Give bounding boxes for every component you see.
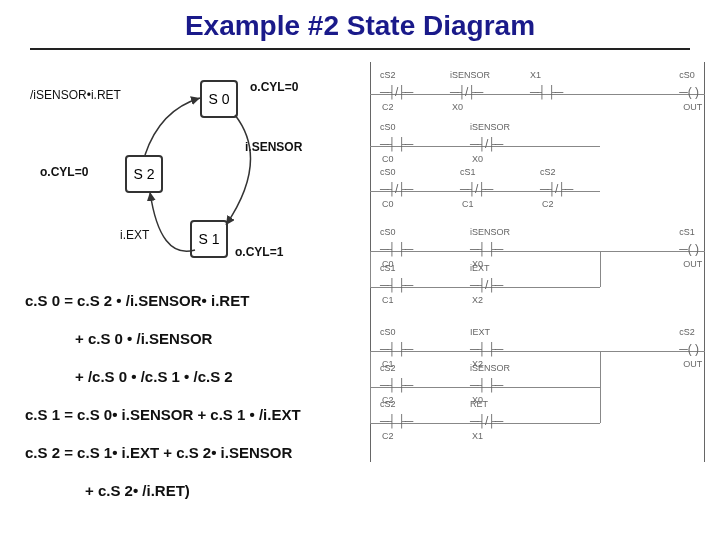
slide-title: Example #2 State Diagram [0,10,720,42]
state-s1: S 1 [190,220,228,258]
contact-nc-icon: ─┤/├─ [470,414,502,428]
equation-2: + c.S 0 • /i.SENSOR [75,330,212,347]
coil-label: cS2 [679,327,695,337]
coil-sublabel: OUT [683,359,702,369]
contact-no-icon: ─┤ ├─ [380,137,412,151]
ladder-contact: X1─┤ ├─ [530,80,562,94]
ladder-rail-right [704,62,705,462]
equation-6: + c.S 2• /i.RET) [85,482,190,499]
contact-nc-icon: ─┤/├─ [450,85,482,99]
contact-sublabel: C0 [382,199,394,209]
coil-sublabel: OUT [683,259,702,269]
state-s2: S 2 [125,155,163,193]
contact-label: cS2 [380,70,396,80]
contact-no-icon: ─┤ ├─ [380,342,412,356]
ladder-contact: iSENSOR─┤/├─X0 [470,132,502,146]
ladder-contact: RET─┤/├─X1 [470,409,502,423]
coil-icon: ─( ) [679,242,699,256]
contact-no-icon: ─┤ ├─ [470,242,502,256]
contact-sublabel: X0 [452,102,463,112]
equation-3: + /c.S 0 • /c.S 1 • /c.S 2 [75,368,233,385]
contact-nc-icon: ─┤/├─ [540,182,572,196]
contact-no-icon: ─┤ ├─ [380,378,412,392]
ladder-contact: IEXT─┤ ├─X2 [470,337,502,351]
contact-sublabel: X0 [472,154,483,164]
equation-4: c.S 1 = c.S 0• i.SENSOR + c.S 1 • /i.EXT [25,406,301,423]
contact-no-icon: ─┤ ├─ [530,85,562,99]
contact-nc-icon: ─┤/├─ [470,137,502,151]
contact-sublabel: C2 [382,431,394,441]
contact-label: iSENSOR [450,70,490,80]
equation-1: c.S 0 = c.S 2 • /i.SENSOR• i.RET [25,292,249,309]
contact-no-icon: ─┤ ├─ [470,378,502,392]
ladder-wire [370,351,705,352]
contact-label: cS0 [380,227,396,237]
ladder-coil: cS2─( )OUT [679,337,699,351]
contact-no-icon: ─┤ ├─ [470,342,502,356]
ladder-contact: cS2─┤/├─C2 [540,177,572,191]
ladder-contact: cS0─┤ ├─C0 [380,132,412,146]
contact-sublabel: C0 [382,154,394,164]
contact-label: iSENSOR [470,227,510,237]
coil-label: cS0 [679,70,695,80]
ladder-contact: cS0─┤ ├─C1 [380,337,412,351]
contact-no-icon: ─┤ ├─ [380,242,412,256]
ladder-contact: cS2─┤ ├─C2 [380,409,412,423]
ladder-contact: iSENSOR─┤/├─X0 [450,80,482,94]
contact-label: IEXT [470,327,490,337]
ladder-contact: iEXT─┤/├─X2 [470,273,502,287]
ladder-wire [370,251,705,252]
ladder-contact: cS0─┤ ├─C0 [380,237,412,251]
contact-label: cS1 [380,263,396,273]
label-s1-s2: i.EXT [120,228,149,242]
ladder-contact: cS1─┤/├─C1 [460,177,492,191]
contact-label: cS2 [540,167,556,177]
contact-label: iSENSOR [470,122,510,132]
ladder-contact: iSENSOR─┤ ├─X0 [470,237,502,251]
ladder-vwire [370,351,371,423]
state-diagram: S 0 S 2 S 1 /iSENSOR•i.RET o.CYL=0 i.SEN… [10,60,350,260]
ladder-contact: cS0─┤/├─C0 [380,177,412,191]
label-s2-s0: /iSENSOR•i.RET [30,88,121,102]
ladder-contact: cS2─┤ ├─C2 [380,373,412,387]
contact-sublabel: X2 [472,295,483,305]
state-s2-label: S 2 [133,166,154,182]
ladder-coil: cS1─( )OUT [679,237,699,251]
contact-label: cS0 [380,167,396,177]
contact-nc-icon: ─┤/├─ [380,85,412,99]
ladder-vwire [600,351,601,423]
contact-label: cS2 [380,363,396,373]
state-s1-label: S 1 [198,231,219,247]
equation-5: c.S 2 = c.S 1• i.EXT + c.S 2• i.SENSOR [25,444,292,461]
state-s0-label: S 0 [208,91,229,107]
label-s1-out: o.CYL=1 [235,245,283,259]
ladder-vwire [600,251,601,287]
label-s2-out: o.CYL=0 [40,165,88,179]
contact-sublabel: C1 [462,199,474,209]
contact-nc-icon: ─┤/├─ [470,278,502,292]
contact-nc-icon: ─┤/├─ [380,182,412,196]
ladder-contact: cS2─┤/├─C2 [380,80,412,94]
ladder-vwire [370,251,371,287]
ladder-diagram: cS2─┤/├─C2iSENSOR─┤/├─X0X1─┤ ├─cS0─( )OU… [370,62,705,462]
state-s0: S 0 [200,80,238,118]
contact-label: iSENSOR [470,363,510,373]
ladder-contact: iSENSOR─┤ ├─X0 [470,373,502,387]
title-rule [30,48,690,50]
ladder-coil: cS0─( )OUT [679,80,699,94]
contact-label: RET [470,399,488,409]
contact-nc-icon: ─┤/├─ [460,182,492,196]
contact-no-icon: ─┤ ├─ [380,278,412,292]
contact-label: cS0 [380,327,396,337]
slide: Example #2 State Diagram S 0 S 2 S 1 /iS… [0,0,720,540]
contact-label: cS1 [460,167,476,177]
contact-sublabel: C2 [382,102,394,112]
label-s0-out: o.CYL=0 [250,80,298,94]
contact-sublabel: C2 [542,199,554,209]
coil-icon: ─( ) [679,342,699,356]
label-s0-s1: i.SENSOR [245,140,302,154]
coil-sublabel: OUT [683,102,702,112]
contact-sublabel: X1 [472,431,483,441]
coil-icon: ─( ) [679,85,699,99]
coil-label: cS1 [679,227,695,237]
